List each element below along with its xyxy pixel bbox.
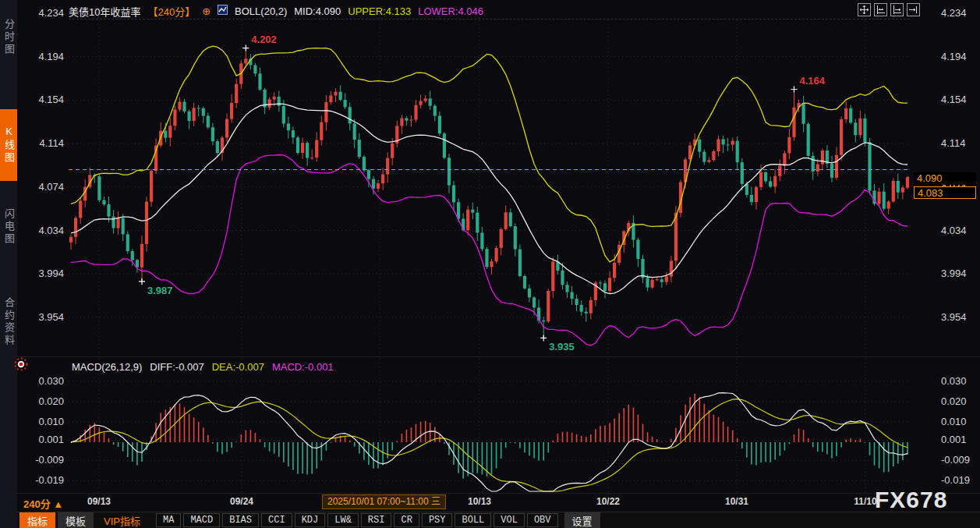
panel-divider[interactable] (17, 356, 980, 357)
macd-y-axis-label: 0.001 (19, 434, 64, 445)
bollinger-lower-line (71, 155, 907, 346)
macd-y-axis-label: -0.009 (19, 454, 64, 466)
boll-mid-price-box: 4.090 (914, 172, 976, 185)
boll-upper-value: UPPER:4.133 (348, 5, 411, 17)
y-axis-label-right: 4.194 (941, 51, 980, 62)
x-axis-tick-label: 10/13 (468, 496, 491, 507)
symbol-title: 美债10年收益率 (69, 4, 140, 19)
boll-mid-value: MID:4.090 (294, 5, 341, 17)
y-axis-label-right: 4.154 (941, 94, 980, 105)
macd-y-axis-label: 0.010 (19, 416, 64, 427)
fx678-watermark: FX678 (875, 487, 947, 513)
svg-text:3.987: 3.987 (147, 285, 173, 296)
macd-header: MACD(26,12,9) DIFF:-0.007 DEA:-0.007 MAC… (72, 361, 334, 373)
macd-y-axis-label: 0.030 (19, 375, 64, 387)
sidebar-tab-timeline-chart[interactable]: 分时图 (0, 5, 17, 70)
svg-text:4.164: 4.164 (800, 75, 826, 87)
macd-y-axis-label-right: 0.001 (941, 434, 980, 445)
chart-header: 美债10年收益率 【240分】 ⊕ BOLL(20,2) MID:4.090 U… (69, 3, 483, 19)
y-axis-label: 3.994 (19, 268, 64, 279)
indicator-tab-cr[interactable]: CR (394, 513, 419, 527)
pan-icon[interactable] (858, 3, 871, 16)
indicator-toolbar: 指标 模板 VIP指标 MA MACD BIAS CCI KDJ LW& RSI… (17, 512, 980, 528)
macd-y-axis-label-right: 0.020 (941, 395, 980, 407)
interval-tag[interactable]: 【240分】 (147, 4, 195, 19)
live-alert-icon (14, 357, 28, 374)
boll-params-label: BOLL(20,2) (235, 5, 287, 17)
y-axis-label: 4.234 (19, 7, 64, 19)
bollinger-upper-line (71, 46, 907, 262)
pan-right-icon[interactable] (907, 3, 920, 16)
selected-bar-time-label: 2025/10/01 07:00~11:00 三 (322, 494, 446, 509)
indicator-tab-boll[interactable]: BOLL (455, 513, 491, 527)
chart-style-icon[interactable] (218, 5, 228, 17)
macd-chart[interactable] (69, 359, 910, 493)
sidebar: 分时图 K线图 闪电图 合约资料 (0, 0, 17, 528)
x-axis-tick-label: 09/13 (87, 496, 111, 507)
indicator-tab-macd[interactable]: MACD (183, 513, 220, 527)
axis-compress-icon[interactable] (874, 3, 887, 16)
grid-top-line (69, 19, 910, 19)
macd-y-axis-label-right: -0.019 (941, 474, 980, 486)
svg-text:4.202: 4.202 (251, 34, 277, 45)
indicator-tab-obv[interactable]: OBV (527, 513, 558, 527)
macd-params-label: MACD(26,12,9) (72, 361, 142, 373)
indicator-tab-ma[interactable]: MA (156, 513, 181, 527)
macd-y-axis-label: 0.020 (19, 395, 64, 407)
indicator-tab-psy[interactable]: PSY (422, 513, 453, 527)
y-axis-label-right: 4.114 (941, 137, 980, 149)
macd-y-axis-label: -0.019 (19, 474, 64, 486)
grid (69, 20, 910, 356)
indicator-tab-cci[interactable]: CCI (261, 513, 292, 527)
x-axis-tick-label: 10/31 (725, 496, 748, 507)
svg-text:3.935: 3.935 (549, 341, 575, 353)
indicator-tab-bias[interactable]: BIAS (222, 513, 259, 527)
x-axis-tick-label: 10/22 (596, 496, 620, 507)
y-axis-label-right: 4.234 (941, 7, 980, 19)
last-price-box: 4.083 (914, 186, 976, 199)
macd-macd-value: MACD:-0.001 (272, 361, 334, 373)
candlestick-chart[interactable]: 4.2023.9874.1643.935 (69, 20, 910, 356)
y-axis-label-right: 3.994 (941, 268, 980, 279)
macd-dea-value: DEA:-0.007 (212, 361, 264, 373)
indicator-tab-vol[interactable]: VOL (494, 513, 525, 527)
y-axis-label: 4.034 (19, 225, 64, 236)
macd-diff-value: DIFF:-0.007 (150, 361, 203, 373)
axis-divider (17, 493, 980, 494)
sidebar-tab-lightning-chart[interactable]: 闪电图 (0, 193, 17, 260)
boll-lower-value: LOWER:4.046 (418, 5, 483, 17)
indicator-tab-rsi[interactable]: RSI (361, 513, 392, 527)
settings-button[interactable]: 设置 (564, 512, 600, 528)
add-circle-icon[interactable]: ⊕ (202, 6, 211, 16)
candles-group (69, 48, 909, 338)
x-axis-tick-label: 09/24 (230, 496, 253, 507)
interval-axis-button[interactable]: 240分 ▲ (23, 496, 63, 511)
axis-expand-icon[interactable] (890, 3, 904, 16)
y-axis-label-right: 3.954 (941, 311, 980, 323)
vip-indicator-button[interactable]: VIP指标 (96, 512, 148, 528)
template-button[interactable]: 模板 (58, 512, 94, 528)
macd-y-axis-label-right: 0.030 (941, 375, 980, 387)
y-axis-label: 4.074 (19, 181, 64, 193)
y-axis-label: 4.194 (19, 51, 64, 62)
macd-diff-line (71, 393, 907, 491)
macd-y-axis-label-right: 0.010 (941, 416, 980, 427)
sidebar-tab-contract-info[interactable]: 合约资料 (0, 275, 17, 370)
bollinger-mid-line (71, 104, 907, 293)
y-axis-label: 3.954 (19, 311, 64, 323)
y-axis-label: 4.154 (19, 94, 64, 105)
indicator-button[interactable]: 指标 (19, 512, 55, 528)
sidebar-tab-candle-chart[interactable]: K线图 (0, 109, 17, 181)
indicator-tab-kdj[interactable]: KDJ (295, 513, 326, 527)
macd-dea-line (71, 399, 907, 491)
macd-y-axis-label-right: -0.009 (941, 454, 980, 466)
y-axis-label: 4.114 (19, 137, 64, 149)
y-axis-label-right: 4.034 (941, 225, 980, 236)
x-axis-tick-label: 11/10 (854, 496, 876, 507)
chart-toolbar-top (858, 3, 920, 16)
chart-application: 分时图 K线图 闪电图 合约资料 美债10年收益率 【240分】 ⊕ BOLL(… (0, 0, 980, 528)
indicator-tab-lw[interactable]: LW& (327, 513, 359, 527)
